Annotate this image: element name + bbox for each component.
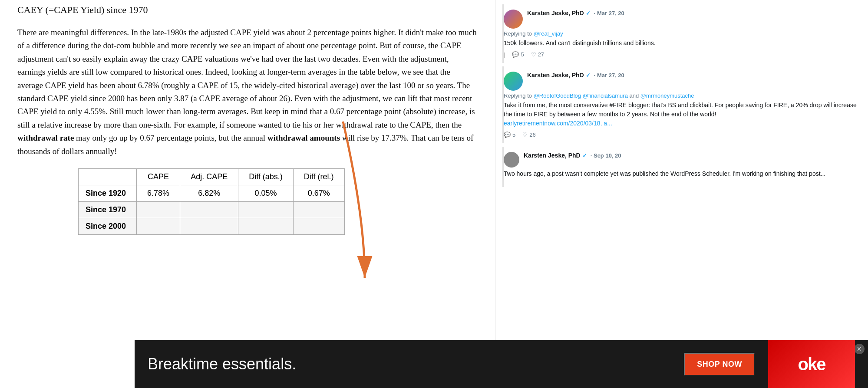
tweet-date-1: · Mar 27, 20 bbox=[594, 10, 624, 16]
tweet-actions-2: 💬 5 ♡ 26 bbox=[504, 132, 861, 138]
heart-icon-1: ♡ bbox=[531, 51, 536, 58]
ad-image: oke bbox=[768, 340, 855, 388]
reply-count-1: 5 bbox=[521, 51, 524, 58]
avatar-2 bbox=[504, 72, 523, 91]
tweet-text-1: 150k followers. And can't distinguish tr… bbox=[504, 39, 861, 48]
cell-2000-diff-rel bbox=[293, 218, 344, 234]
tweet-text-3: Two hours ago, a post wasn't complete ye… bbox=[504, 169, 861, 178]
cell-1970-diff-rel bbox=[293, 201, 344, 218]
ad-close-button[interactable]: × bbox=[854, 344, 865, 354]
coke-logo-text: oke bbox=[798, 355, 825, 374]
col-header-diff-abs: Diff (abs.) bbox=[238, 168, 294, 185]
col-header-adj-cape: Adj. CAPE bbox=[180, 168, 238, 185]
reply-icon-2: 💬 bbox=[504, 132, 511, 138]
reply-count-2: 5 bbox=[512, 132, 515, 138]
tweet-card-2: Karsten Jeske, PhD ✓ · Mar 27, 20 Replyi… bbox=[502, 66, 861, 143]
heart-icon-2: ♡ bbox=[522, 132, 528, 138]
author-name-2: Karsten Jeske, PhD bbox=[527, 72, 584, 79]
like-action-1[interactable]: ♡ 27 bbox=[531, 51, 544, 58]
table-row-since1920: Since 1920 6.78% 6.82% 0.05% 0.67% bbox=[79, 185, 345, 201]
tweet-card-1: Karsten Jeske, PhD ✓ · Mar 27, 20 Replyi… bbox=[502, 4, 861, 63]
tweet-meta-2: Karsten Jeske, PhD ✓ · Mar 27, 20 bbox=[527, 72, 861, 79]
right-sidebar: Karsten Jeske, PhD ✓ · Mar 27, 20 Replyi… bbox=[495, 0, 868, 388]
col-header-empty bbox=[79, 168, 137, 185]
article-body: There are meaningful differences. In the… bbox=[17, 26, 478, 158]
tweet-actions-1: | 💬 5 ♡ 27 bbox=[504, 51, 861, 58]
reply-handle-2c[interactable]: @mrmoneymustache bbox=[640, 92, 694, 99]
cell-1920-diff-abs: 0.05% bbox=[238, 185, 294, 201]
like-action-2[interactable]: ♡ 26 bbox=[522, 132, 535, 138]
reply-handle-1[interactable]: @real_vijay bbox=[534, 30, 563, 37]
article-body-text1: There are meaningful differences. In the… bbox=[17, 28, 477, 129]
cell-2000-cape bbox=[137, 218, 180, 234]
article-bold2: withdrawal amounts bbox=[267, 133, 340, 142]
reply-action-1[interactable]: 💬 5 bbox=[512, 51, 524, 58]
tweet-reply-to-2: Replying to @RootofGoodBlog @financialsa… bbox=[504, 92, 861, 99]
like-count-1: 27 bbox=[538, 51, 544, 58]
reply-action-2[interactable]: 💬 5 bbox=[504, 132, 515, 138]
tweet-meta-3: Karsten Jeske, PhD ✓ · Sep 10, 20 bbox=[524, 152, 861, 159]
article-body-text2: may only go up by 0.67 percentage points… bbox=[76, 133, 265, 142]
tweet-reply-to-1: Replying to @real_vijay bbox=[504, 30, 861, 37]
row-label-since1970: Since 1970 bbox=[79, 201, 137, 218]
and-2: and bbox=[630, 92, 639, 99]
tweet-header-3: Karsten Jeske, PhD ✓ · Sep 10, 20 bbox=[504, 152, 861, 168]
author-name-1: Karsten Jeske, PhD bbox=[527, 10, 584, 16]
reply-icon-1: 💬 bbox=[512, 51, 519, 58]
tweet-meta-1: Karsten Jeske, PhD ✓ · Mar 27, 20 bbox=[527, 10, 861, 16]
ad-overlay: × Breaktime essentials. SHOP NOW oke bbox=[135, 340, 868, 388]
reply-handle-2a[interactable]: @RootofGoodBlog bbox=[534, 92, 581, 99]
col-header-diff-rel: Diff (rel.) bbox=[293, 168, 344, 185]
tweet-author-2: Karsten Jeske, PhD ✓ · Mar 27, 20 bbox=[527, 72, 861, 79]
table-row-since2000: Since 2000 bbox=[79, 218, 345, 234]
like-count-2: 26 bbox=[529, 132, 535, 138]
tweet-author-3: Karsten Jeske, PhD ✓ · Sep 10, 20 bbox=[524, 152, 861, 159]
ad-text: Breaktime essentials. bbox=[148, 355, 671, 373]
col-header-cape: CAPE bbox=[137, 168, 180, 185]
verified-icon-1: ✓ bbox=[586, 10, 591, 16]
verified-icon-2: ✓ bbox=[586, 72, 591, 79]
tweet-card-3: Karsten Jeske, PhD ✓ · Sep 10, 20 Two ho… bbox=[502, 147, 861, 187]
cell-2000-diff-abs bbox=[238, 218, 294, 234]
tweet-text-2: Take it from me, the most conservative #… bbox=[504, 101, 861, 128]
row-label-since2000: Since 2000 bbox=[79, 218, 137, 234]
coke-can-image: oke bbox=[768, 340, 855, 388]
cell-1920-adj-cape: 6.82% bbox=[180, 185, 238, 201]
cell-2000-adj-cape bbox=[180, 218, 238, 234]
reply-label-1: Replying to bbox=[504, 30, 532, 37]
avatar-3 bbox=[504, 152, 519, 168]
author-name-3: Karsten Jeske, PhD bbox=[524, 152, 581, 159]
cell-1920-diff-rel: 0.67% bbox=[293, 185, 344, 201]
cell-1920-cape: 6.78% bbox=[137, 185, 180, 201]
main-content: CAEY (=CAPE Yield) since 1970 There are … bbox=[0, 0, 495, 388]
ad-shop-now-button[interactable]: SHOP NOW bbox=[684, 353, 755, 376]
verified-icon-3: ✓ bbox=[582, 152, 587, 159]
tweet-header-1: Karsten Jeske, PhD ✓ · Mar 27, 20 bbox=[504, 10, 861, 29]
article-title: CAEY (=CAPE Yield) since 1970 bbox=[17, 4, 478, 16]
avatar-1 bbox=[504, 10, 523, 29]
cape-table: CAPE Adj. CAPE Diff (abs.) Diff (rel.) S… bbox=[78, 168, 345, 235]
reply-label-2: Replying to bbox=[504, 92, 532, 99]
table-row-since1970: Since 1970 bbox=[79, 201, 345, 218]
tweet-header-2: Karsten Jeske, PhD ✓ · Mar 27, 20 bbox=[504, 72, 861, 91]
article-bold1: withdrawal rate bbox=[17, 133, 74, 142]
row-label-since1920: Since 1920 bbox=[79, 185, 137, 201]
tweet-author-1: Karsten Jeske, PhD ✓ · Mar 27, 20 bbox=[527, 10, 861, 16]
divider-1: | bbox=[504, 51, 505, 58]
tweet-date-3: · Sep 10, 20 bbox=[591, 152, 621, 159]
tweet-link-2[interactable]: earlyretirementnow.com/2020/03/18, a... bbox=[504, 120, 612, 127]
cell-1970-diff-abs bbox=[238, 201, 294, 218]
reply-handle-2b[interactable]: @financialsamura bbox=[583, 92, 628, 99]
cell-1970-cape bbox=[137, 201, 180, 218]
tweet-date-2: · Mar 27, 20 bbox=[594, 72, 624, 79]
tweet-body-2: Take it from me, the most conservative #… bbox=[504, 102, 857, 118]
cell-1970-adj-cape bbox=[180, 201, 238, 218]
